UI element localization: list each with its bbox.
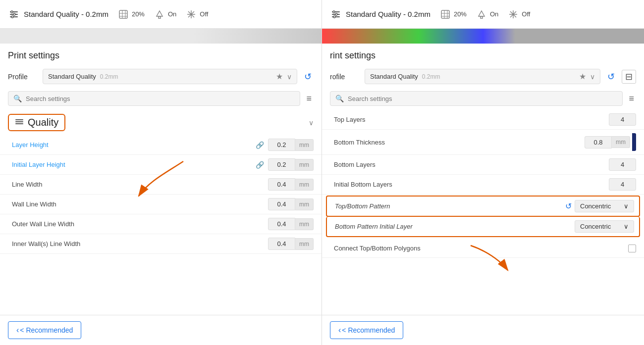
svg-point-5 bbox=[11, 16, 13, 18]
value-bottom-thickness[interactable]: 0.8 bbox=[585, 136, 612, 148]
setting-value-outer-wall-line-width: 0.4 mm bbox=[268, 218, 314, 230]
cool-label-right: Off bbox=[522, 10, 530, 18]
recommended-btn-left[interactable]: ‹ < Recommended bbox=[8, 321, 81, 339]
quality-chevron: ∨ bbox=[309, 119, 314, 127]
quality-box: Quality bbox=[8, 114, 65, 131]
setting-value-inner-wall-line-width: 0.4 mm bbox=[268, 238, 314, 250]
preview-strip-right bbox=[322, 29, 644, 44]
dark-indicator-bottom-thickness bbox=[632, 133, 636, 151]
link-icon-layer-height: 🔗 bbox=[256, 141, 264, 149]
infill-item-right: 20% bbox=[439, 8, 467, 20]
profile-reset-left[interactable]: ↺ bbox=[302, 70, 314, 83]
bottom-bar-right: ‹ < Recommended bbox=[322, 315, 644, 345]
profile-chevron-right[interactable]: ∨ bbox=[590, 73, 595, 81]
setting-row-initial-bottom-layers: Initial Bottom Layers 4 bbox=[322, 175, 644, 195]
setting-name-outer-wall-line-width: Outer Wall Line Width bbox=[12, 220, 268, 228]
profile-star-left[interactable]: ★ bbox=[276, 72, 283, 81]
recommended-label-left: < Recommended bbox=[20, 326, 73, 334]
profile-select-right[interactable]: Standard Quality 0.2mm ★ ∨ bbox=[365, 69, 600, 84]
print-settings-title-left: Print settings bbox=[0, 44, 322, 66]
recommended-btn-right[interactable]: ‹ < Recommended bbox=[330, 321, 403, 339]
setting-name-wall-line-width: Wall Line Width bbox=[12, 200, 268, 208]
cool-label-left: Off bbox=[200, 10, 208, 18]
infill-icon-right bbox=[439, 8, 451, 20]
top-bar-title-left: Standard Quality - 0.2mm bbox=[8, 8, 108, 20]
svg-point-3 bbox=[11, 11, 13, 13]
value-initial-bottom-layers[interactable]: 4 bbox=[609, 178, 636, 191]
svg-point-18 bbox=[333, 16, 335, 18]
profile-row-left: Profile Standard Quality 0.2mm ★ ∨ ↺ bbox=[0, 66, 322, 89]
search-row-left: 🔍 ≡ bbox=[0, 89, 322, 110]
profile-extra-right[interactable]: ⊟ bbox=[622, 70, 636, 84]
setting-name-bottom-layers: Bottom Layers bbox=[334, 161, 609, 168]
search-icon-right: 🔍 bbox=[335, 95, 344, 102]
recommended-chevron-right: ‹ bbox=[338, 326, 341, 335]
setting-name-bottom-pattern-initial-layer: Bottom Pattern Initial Layer bbox=[335, 223, 575, 230]
profile-sub-right: 0.2mm bbox=[422, 73, 440, 80]
sliders-icon-left bbox=[8, 8, 20, 20]
hamburger-left[interactable]: ≡ bbox=[304, 93, 314, 105]
profile-star-right[interactable]: ★ bbox=[579, 72, 586, 81]
setting-name-line-width: Line Width bbox=[12, 181, 268, 188]
setting-value-initial-layer-height: 0.2 mm bbox=[268, 158, 314, 171]
search-input-right[interactable] bbox=[348, 95, 617, 102]
value-inner-wall-line-width[interactable]: 0.4 bbox=[268, 238, 295, 250]
value-bottom-layers[interactable]: 4 bbox=[609, 158, 636, 171]
value-line-width[interactable]: 0.4 bbox=[268, 178, 295, 191]
unit-inner-wall-line-width: mm bbox=[295, 238, 314, 250]
quality-label: Quality bbox=[28, 117, 58, 128]
profile-sub-left: 0.2mm bbox=[100, 73, 118, 80]
value-outer-wall-line-width[interactable]: 0.4 bbox=[268, 218, 295, 230]
left-panel: Standard Quality - 0.2mm 20% On bbox=[0, 0, 322, 345]
svg-rect-19 bbox=[441, 10, 449, 18]
setting-row-initial-layer-height: Initial Layer Height 🔗 0.2 mm bbox=[0, 155, 322, 175]
recommended-label-right: < Recommended bbox=[342, 326, 395, 334]
profile-select-left[interactable]: Standard Quality 0.2mm ★ ∨ bbox=[43, 69, 297, 84]
profile-chevron-left[interactable]: ∨ bbox=[287, 73, 292, 81]
setting-row-connect-top-bottom: Connect Top/Bottom Polygons bbox=[322, 239, 644, 258]
dropdown-chevron-bottom-pattern-initial-layer: ∨ bbox=[624, 223, 629, 230]
setting-row-top-layers: Top Layers 4 bbox=[322, 110, 644, 130]
cool-icon-right bbox=[507, 8, 519, 20]
support-label-left: On bbox=[168, 10, 176, 18]
bottom-bar-left: ‹ < Recommended bbox=[0, 315, 322, 345]
setting-row-bottom-pattern-initial-layer: Bottom Pattern Initial Layer Concentric … bbox=[326, 217, 640, 237]
setting-row-inner-wall-line-width: Inner Wall(s) Line Width 0.4 mm bbox=[0, 234, 322, 254]
setting-name-layer-height: Layer Height bbox=[12, 141, 256, 148]
unit-wall-line-width: mm bbox=[295, 198, 314, 210]
search-input-left[interactable] bbox=[26, 95, 295, 102]
settings-list-right: Top Layers 4 Bottom Thickness 0.8 mm Bot… bbox=[322, 110, 644, 315]
setting-name-inner-wall-line-width: Inner Wall(s) Line Width bbox=[12, 240, 268, 247]
quality-section-header[interactable]: Quality ∨ bbox=[0, 110, 322, 135]
infill-pct-right: 20% bbox=[454, 10, 467, 18]
top-bar-profile-name-left: Standard Quality - 0.2mm bbox=[24, 10, 108, 18]
setting-value-layer-height: 0.2 mm bbox=[268, 139, 314, 151]
unit-line-width: mm bbox=[295, 179, 314, 191]
reset-icon-top-bottom-pattern[interactable]: ↺ bbox=[565, 201, 572, 211]
value-top-layers[interactable]: 4 bbox=[609, 113, 636, 126]
recommended-chevron-left: ‹ bbox=[16, 326, 19, 335]
support-label-right: On bbox=[490, 10, 498, 18]
value-layer-height[interactable]: 0.2 bbox=[268, 139, 295, 151]
support-item-left: On bbox=[154, 8, 176, 20]
profile-label-left: Profile bbox=[8, 73, 38, 81]
value-initial-layer-height[interactable]: 0.2 bbox=[268, 158, 295, 171]
svg-point-4 bbox=[13, 13, 15, 15]
svg-rect-10 bbox=[15, 121, 23, 122]
unit-bottom-thickness: mm bbox=[612, 136, 630, 148]
value-top-bottom-pattern[interactable]: Concentric ∨ bbox=[575, 200, 634, 212]
top-bar-left: Standard Quality - 0.2mm 20% On bbox=[0, 0, 322, 29]
value-wall-line-width[interactable]: 0.4 bbox=[268, 198, 295, 210]
link-icon-initial-layer-height: 🔗 bbox=[256, 161, 264, 169]
checkbox-connect-top-bottom[interactable] bbox=[628, 245, 636, 252]
svg-point-8 bbox=[190, 13, 192, 15]
hamburger-right[interactable]: ≡ bbox=[627, 93, 636, 105]
top-bar-title-right: Standard Quality - 0.2mm bbox=[330, 8, 430, 20]
top-bar-profile-name-right: Standard Quality - 0.2mm bbox=[346, 10, 430, 18]
setting-value-line-width: 0.4 mm bbox=[268, 178, 314, 191]
setting-name-initial-layer-height: Initial Layer Height bbox=[12, 161, 256, 168]
sliders-icon-right bbox=[330, 8, 342, 20]
cool-item-left: Off bbox=[185, 8, 208, 20]
profile-reset-right[interactable]: ↺ bbox=[605, 70, 617, 83]
value-bottom-pattern-initial-layer[interactable]: Concentric ∨ bbox=[575, 220, 634, 233]
